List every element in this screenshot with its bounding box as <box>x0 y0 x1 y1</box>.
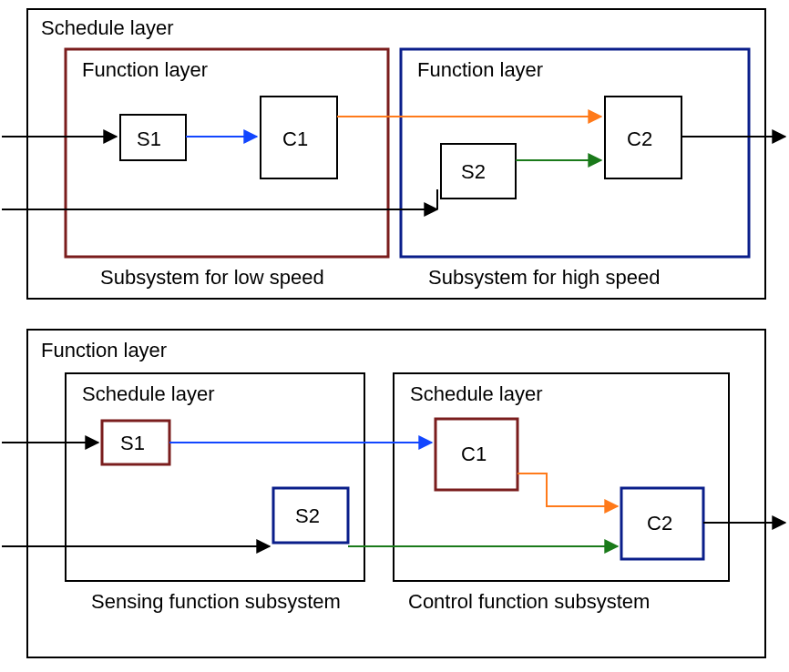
node-s1-top-label: S1 <box>137 127 161 150</box>
top-right-inner-label: Function layer <box>417 58 543 81</box>
bottom-left-caption: Sensing function subsystem <box>91 590 341 613</box>
node-c2-top-label: C2 <box>627 127 652 150</box>
node-s2-bottom-label: S2 <box>295 504 320 527</box>
top-left-inner-label: Function layer <box>82 58 208 81</box>
bottom-left-inner-label: Schedule layer <box>82 382 215 405</box>
node-s2-top-label: S2 <box>461 160 486 183</box>
diagram-root: Schedule layer Function layer Subsystem … <box>0 0 789 672</box>
node-c1-top-label: C1 <box>282 127 308 150</box>
top-outer-box <box>27 9 765 299</box>
node-s1-bottom-label: S1 <box>120 432 145 454</box>
top-left-caption: Subsystem for low speed <box>100 266 324 289</box>
node-c2-bottom-label: C2 <box>647 512 672 535</box>
top-outer-label: Schedule layer <box>41 16 174 39</box>
node-c1-bottom-label: C1 <box>461 443 487 465</box>
svg-line-3 <box>2 173 441 209</box>
bottom-right-inner-label: Schedule layer <box>410 382 543 405</box>
bottom-right-caption: Control function subsystem <box>408 590 650 613</box>
bottom-outer-label: Function layer <box>41 339 167 361</box>
arrow-c1-to-c2-bottom <box>517 473 618 506</box>
top-right-caption: Subsystem for high speed <box>428 266 660 289</box>
